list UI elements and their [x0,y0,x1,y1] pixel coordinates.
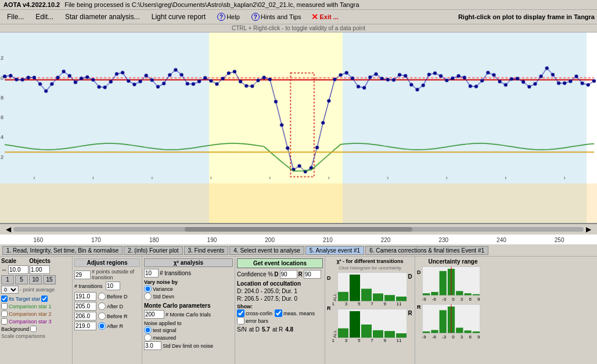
chi2-panel: χ² analysis # transitions Vary noise by … [142,257,235,364]
help-btn[interactable]: ? Help [213,12,244,22]
test-signal-radio[interactable] [144,326,152,334]
obj-row-comp1: Comparison star 1 [1,302,71,310]
r-conf-input[interactable] [304,270,321,279]
meas-means-label[interactable]: meas. means [275,309,315,317]
star-diameter-menu[interactable]: Star diameter analysis... [60,12,145,22]
chi2-subtitle: Click histogram for uncertainty [327,265,413,271]
d-unc-canvas[interactable] [422,266,480,295]
stddev-limit-row: Std Dev limit on noise [144,341,233,350]
file-menu[interactable]: File... [2,12,28,22]
mc-val-input[interactable] [144,310,164,319]
chi2-bars-col: ALL 1357911 ALL 1357911 [332,272,407,343]
unc-d-label: D [417,269,421,275]
chi2-transitions-input[interactable] [144,269,159,277]
variance-radio[interactable] [144,285,152,293]
quick-btn-5[interactable]: 5 [15,275,28,284]
after-r-radio-label[interactable]: After R [98,322,123,330]
scale-comps-label[interactable]: Scale comparisons [1,333,45,339]
comp1-checkbox[interactable] [1,303,8,309]
stddev-noise-label: Std Devn [153,294,174,300]
edit-menu[interactable]: Edit... [31,12,58,22]
cross-corr-checkbox[interactable] [237,309,244,317]
comp3-label[interactable]: Comparison star 3 [9,319,52,325]
obj-row-scale: Scale comparisons [1,333,71,340]
target-checkbox[interactable] [1,295,8,302]
comp1-label[interactable]: Comparison star 1 [9,304,52,309]
scroll-left-btn[interactable]: ◀ [6,225,11,233]
background-label[interactable]: Background [1,326,29,332]
after-d-radio[interactable] [98,302,106,310]
get-event-btn[interactable]: Get event locations [237,258,323,268]
after-r-radio[interactable] [98,322,106,330]
region-val1-input[interactable] [74,292,96,301]
hints-btn[interactable]: ? Hints and Tips [247,12,306,22]
scroll-thumb[interactable] [185,227,413,232]
obj-row-background: Background [1,325,71,333]
region-row-4: After R [74,322,140,330]
region-val2-input[interactable] [74,302,96,311]
ctrl-hint: CTRL + Right-click - to toggle validity … [0,24,597,33]
main-chart-canvas[interactable] [0,33,597,223]
before-d-radio[interactable] [98,293,106,300]
error-bars-row: error bars [237,317,323,325]
step1-btn[interactable]: 1. Read, Integrity, Set time, Bin & norm… [2,246,123,255]
meas-means-checkbox[interactable] [275,309,282,317]
d-chi2-canvas[interactable] [337,272,407,301]
before-r-radio-label[interactable]: Before R [98,312,128,320]
light-curve-menu[interactable]: Light curve report [147,12,210,22]
quick-btn-1[interactable]: 1 [1,275,14,284]
hints-icon: ? [251,13,260,21]
mc-title: Monte Carlo parameters [144,302,233,309]
error-bars-label[interactable]: error bars [237,317,268,325]
variance-label: Variance [153,286,173,292]
test-signal-label: test signal [153,327,177,333]
stddev-noise-radio[interactable] [144,293,152,300]
quick-btn-15[interactable]: 15 [43,275,56,284]
point-avg-label: - point average [20,287,55,293]
stddev-limit-input[interactable] [144,341,161,350]
comp2-label[interactable]: Comparison star 2 [9,311,52,317]
quick-btn-10[interactable]: 10 [29,275,42,284]
scale-val2-input[interactable] [30,265,50,274]
scroll-track[interactable] [13,227,584,232]
chi2-all-label-r: ALL [332,309,407,338]
exit-btn[interactable]: ✕ Exit ... [308,11,341,23]
help-icon: ? [217,13,225,21]
chi2-x-axis: 1357911 [332,301,402,307]
step3-btn[interactable]: 3. Find events [184,246,229,255]
after-d-radio-label[interactable]: After D [98,302,123,310]
transitions-input[interactable] [106,282,120,290]
error-bars-checkbox[interactable] [237,317,244,325]
scale-val1-input[interactable] [8,265,28,274]
scrollbar-area: ◀ ▶ [0,224,597,235]
chi2-charts-container: D R ALL 1357911 ALL 1357911 [327,272,413,343]
target-label[interactable]: Its Target star [9,296,40,302]
step6-btn[interactable]: 6. Camera corrections & final times Even… [365,246,488,255]
sn-label: S/N [237,326,247,333]
background-checkbox[interactable] [30,326,37,332]
pts-outside-input[interactable] [74,271,91,279]
cross-corr-label[interactable]: cross-corlin [237,309,272,317]
comp2-checkbox[interactable] [1,311,8,317]
measured-radio[interactable] [144,334,152,341]
target-check2[interactable] [41,295,48,302]
before-d-radio-label[interactable]: Before D [98,293,128,300]
d-conf-input[interactable] [280,270,297,279]
hints-label: Hints and Tips [261,13,301,20]
at-d-label: at D [249,326,260,333]
scroll-right-btn[interactable]: ▶ [586,225,591,233]
comp3-checkbox[interactable] [1,318,8,325]
before-r-radio[interactable] [98,312,106,320]
step2-btn[interactable]: 2. (info) Fourier plot [124,246,182,255]
scale-row: Scale Objects [1,258,71,264]
at-r-label: at R [272,326,283,333]
region-row-3: Before R [74,312,140,320]
noise-applied-label: Noise applied to [144,320,233,326]
r-chi2-canvas[interactable] [337,309,407,338]
point-avg-select[interactable]: 0123 [1,286,19,294]
region-val3-input[interactable] [74,312,96,320]
region-val4-input[interactable] [74,322,96,330]
step4-btn[interactable]: 4. Select event to analyse [229,246,304,255]
step5-btn[interactable]: 5. Analyse event #1 [305,246,364,255]
r-unc-canvas[interactable] [422,304,480,333]
